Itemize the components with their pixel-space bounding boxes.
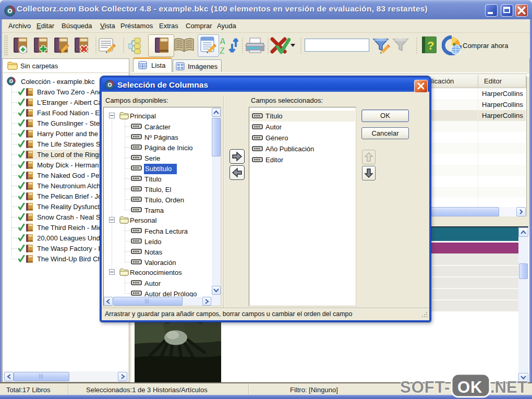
svg-text:SOFT-: SOFT- <box>400 378 450 396</box>
svg-text:Z: Z <box>220 46 225 55</box>
svg-text:OK: OK <box>457 378 483 396</box>
svg-text:.NET: .NET <box>490 378 527 396</box>
svg-text:?: ? <box>427 39 434 52</box>
svg-text:A: A <box>220 37 226 46</box>
